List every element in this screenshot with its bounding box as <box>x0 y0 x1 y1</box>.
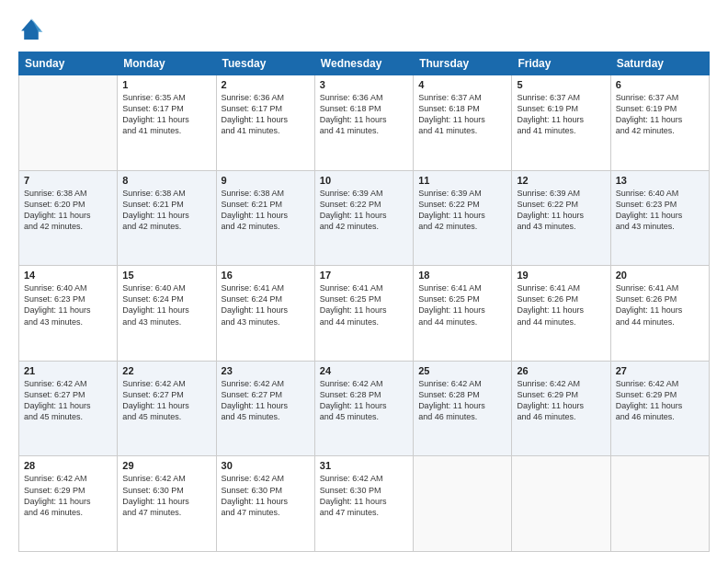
calendar-cell: 11Sunrise: 6:39 AM Sunset: 6:22 PM Dayli… <box>414 170 512 266</box>
day-info: Sunrise: 6:37 AM Sunset: 6:18 PM Dayligh… <box>418 92 506 137</box>
calendar-cell: 6Sunrise: 6:37 AM Sunset: 6:19 PM Daylig… <box>610 75 709 171</box>
day-number: 9 <box>222 175 310 186</box>
day-info: Sunrise: 6:40 AM Sunset: 6:23 PM Dayligh… <box>24 282 112 327</box>
day-info: Sunrise: 6:41 AM Sunset: 6:25 PM Dayligh… <box>320 282 408 327</box>
day-info: Sunrise: 6:42 AM Sunset: 6:28 PM Dayligh… <box>418 378 506 423</box>
day-info: Sunrise: 6:42 AM Sunset: 6:30 PM Dayligh… <box>222 473 310 518</box>
day-info: Sunrise: 6:39 AM Sunset: 6:22 PM Dayligh… <box>418 188 506 233</box>
calendar-cell: 13Sunrise: 6:40 AM Sunset: 6:23 PM Dayli… <box>610 170 709 266</box>
calendar-cell: 23Sunrise: 6:42 AM Sunset: 6:27 PM Dayli… <box>216 361 314 456</box>
day-number: 2 <box>222 79 310 90</box>
day-header-friday: Friday <box>512 52 610 75</box>
day-number: 21 <box>24 365 112 376</box>
day-number: 31 <box>320 460 408 471</box>
calendar-cell: 1Sunrise: 6:35 AM Sunset: 6:17 PM Daylig… <box>118 75 216 171</box>
calendar-cell: 10Sunrise: 6:39 AM Sunset: 6:22 PM Dayli… <box>314 170 413 266</box>
calendar-cell <box>414 456 512 552</box>
calendar-row: 28Sunrise: 6:42 AM Sunset: 6:29 PM Dayli… <box>19 456 710 552</box>
calendar-cell: 17Sunrise: 6:41 AM Sunset: 6:25 PM Dayli… <box>314 266 413 362</box>
calendar-cell: 21Sunrise: 6:42 AM Sunset: 6:27 PM Dayli… <box>19 361 118 456</box>
calendar-cell: 7Sunrise: 6:38 AM Sunset: 6:20 PM Daylig… <box>19 170 118 266</box>
day-number: 12 <box>517 175 605 186</box>
day-info: Sunrise: 6:37 AM Sunset: 6:19 PM Dayligh… <box>616 92 704 137</box>
calendar-cell: 28Sunrise: 6:42 AM Sunset: 6:29 PM Dayli… <box>19 456 118 552</box>
calendar-cell <box>610 456 709 552</box>
day-header-sunday: Sunday <box>19 52 118 75</box>
page: SundayMondayTuesdayWednesdayThursdayFrid… <box>0 0 728 563</box>
day-info: Sunrise: 6:35 AM Sunset: 6:17 PM Dayligh… <box>122 92 210 137</box>
calendar-cell: 20Sunrise: 6:41 AM Sunset: 6:26 PM Dayli… <box>610 266 709 362</box>
calendar-cell: 30Sunrise: 6:42 AM Sunset: 6:30 PM Dayli… <box>216 456 314 552</box>
calendar-cell: 15Sunrise: 6:40 AM Sunset: 6:24 PM Dayli… <box>118 266 216 362</box>
day-info: Sunrise: 6:42 AM Sunset: 6:29 PM Dayligh… <box>517 378 605 423</box>
day-info: Sunrise: 6:40 AM Sunset: 6:23 PM Dayligh… <box>616 188 704 233</box>
calendar-cell: 3Sunrise: 6:36 AM Sunset: 6:18 PM Daylig… <box>314 75 413 171</box>
day-number: 3 <box>320 79 408 90</box>
day-info: Sunrise: 6:42 AM Sunset: 6:30 PM Dayligh… <box>122 473 210 518</box>
calendar-cell: 25Sunrise: 6:42 AM Sunset: 6:28 PM Dayli… <box>414 361 512 456</box>
header <box>18 17 710 42</box>
day-number: 16 <box>222 270 310 281</box>
day-number: 19 <box>517 270 605 281</box>
day-info: Sunrise: 6:42 AM Sunset: 6:27 PM Dayligh… <box>24 378 112 423</box>
day-number: 15 <box>122 270 210 281</box>
day-number: 5 <box>517 79 605 90</box>
calendar-cell: 9Sunrise: 6:38 AM Sunset: 6:21 PM Daylig… <box>216 170 314 266</box>
day-number: 10 <box>320 175 408 186</box>
day-header-wednesday: Wednesday <box>314 52 413 75</box>
calendar-cell: 24Sunrise: 6:42 AM Sunset: 6:28 PM Dayli… <box>314 361 413 456</box>
calendar-row: 14Sunrise: 6:40 AM Sunset: 6:23 PM Dayli… <box>19 266 710 362</box>
day-number: 7 <box>24 175 112 186</box>
day-number: 6 <box>616 79 704 90</box>
calendar-cell: 26Sunrise: 6:42 AM Sunset: 6:29 PM Dayli… <box>512 361 610 456</box>
calendar-cell: 4Sunrise: 6:37 AM Sunset: 6:18 PM Daylig… <box>414 75 512 171</box>
calendar-cell <box>512 456 610 552</box>
day-number: 27 <box>616 365 704 376</box>
day-info: Sunrise: 6:42 AM Sunset: 6:29 PM Dayligh… <box>616 378 704 423</box>
day-number: 25 <box>418 365 506 376</box>
calendar-cell: 14Sunrise: 6:40 AM Sunset: 6:23 PM Dayli… <box>19 266 118 362</box>
calendar-cell: 8Sunrise: 6:38 AM Sunset: 6:21 PM Daylig… <box>118 170 216 266</box>
calendar-cell: 27Sunrise: 6:42 AM Sunset: 6:29 PM Dayli… <box>610 361 709 456</box>
calendar-table: SundayMondayTuesdayWednesdayThursdayFrid… <box>18 52 710 552</box>
day-info: Sunrise: 6:38 AM Sunset: 6:20 PM Dayligh… <box>24 188 112 233</box>
calendar-cell: 12Sunrise: 6:39 AM Sunset: 6:22 PM Dayli… <box>512 170 610 266</box>
day-header-row: SundayMondayTuesdayWednesdayThursdayFrid… <box>19 52 710 75</box>
day-info: Sunrise: 6:37 AM Sunset: 6:19 PM Dayligh… <box>517 92 605 137</box>
day-number: 17 <box>320 270 408 281</box>
day-info: Sunrise: 6:42 AM Sunset: 6:30 PM Dayligh… <box>320 473 408 518</box>
day-info: Sunrise: 6:39 AM Sunset: 6:22 PM Dayligh… <box>517 188 605 233</box>
day-number: 4 <box>418 79 506 90</box>
day-info: Sunrise: 6:41 AM Sunset: 6:24 PM Dayligh… <box>222 282 310 327</box>
day-number: 29 <box>122 460 210 471</box>
calendar-row: 1Sunrise: 6:35 AM Sunset: 6:17 PM Daylig… <box>19 75 710 171</box>
calendar-cell: 31Sunrise: 6:42 AM Sunset: 6:30 PM Dayli… <box>314 456 413 552</box>
calendar-cell: 5Sunrise: 6:37 AM Sunset: 6:19 PM Daylig… <box>512 75 610 171</box>
day-header-saturday: Saturday <box>610 52 709 75</box>
day-number: 14 <box>24 270 112 281</box>
day-info: Sunrise: 6:36 AM Sunset: 6:17 PM Dayligh… <box>222 92 310 137</box>
calendar-cell: 29Sunrise: 6:42 AM Sunset: 6:30 PM Dayli… <box>118 456 216 552</box>
calendar-header: SundayMondayTuesdayWednesdayThursdayFrid… <box>19 52 710 75</box>
day-info: Sunrise: 6:42 AM Sunset: 6:28 PM Dayligh… <box>320 378 408 423</box>
day-info: Sunrise: 6:40 AM Sunset: 6:24 PM Dayligh… <box>122 282 210 327</box>
day-number: 8 <box>122 175 210 186</box>
day-header-tuesday: Tuesday <box>216 52 314 75</box>
logo-icon <box>18 17 44 42</box>
day-info: Sunrise: 6:42 AM Sunset: 6:29 PM Dayligh… <box>24 473 112 518</box>
day-info: Sunrise: 6:41 AM Sunset: 6:26 PM Dayligh… <box>517 282 605 327</box>
calendar-cell <box>19 75 118 171</box>
calendar-cell: 19Sunrise: 6:41 AM Sunset: 6:26 PM Dayli… <box>512 266 610 362</box>
day-info: Sunrise: 6:39 AM Sunset: 6:22 PM Dayligh… <box>320 188 408 233</box>
calendar-row: 7Sunrise: 6:38 AM Sunset: 6:20 PM Daylig… <box>19 170 710 266</box>
day-number: 28 <box>24 460 112 471</box>
calendar-cell: 18Sunrise: 6:41 AM Sunset: 6:25 PM Dayli… <box>414 266 512 362</box>
day-info: Sunrise: 6:41 AM Sunset: 6:25 PM Dayligh… <box>418 282 506 327</box>
day-number: 22 <box>122 365 210 376</box>
calendar-cell: 2Sunrise: 6:36 AM Sunset: 6:17 PM Daylig… <box>216 75 314 171</box>
day-number: 13 <box>616 175 704 186</box>
calendar-row: 21Sunrise: 6:42 AM Sunset: 6:27 PM Dayli… <box>19 361 710 456</box>
day-header-thursday: Thursday <box>414 52 512 75</box>
day-info: Sunrise: 6:36 AM Sunset: 6:18 PM Dayligh… <box>320 92 408 137</box>
day-number: 18 <box>418 270 506 281</box>
